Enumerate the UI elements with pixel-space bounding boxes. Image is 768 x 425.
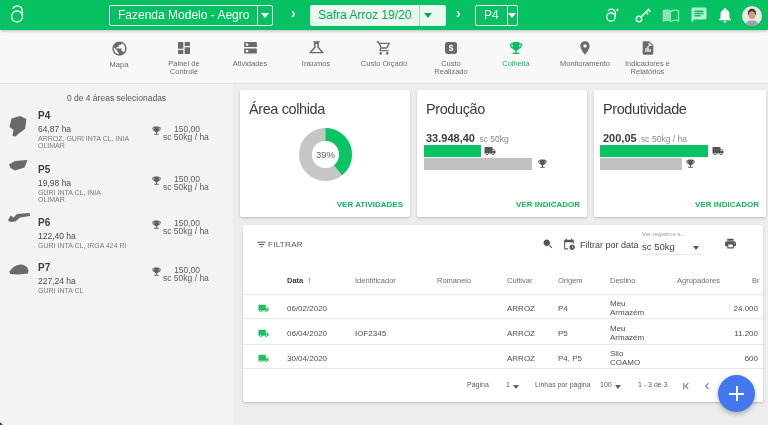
svg-text:$: $: [449, 43, 454, 53]
svg-text:39%: 39%: [316, 149, 336, 160]
